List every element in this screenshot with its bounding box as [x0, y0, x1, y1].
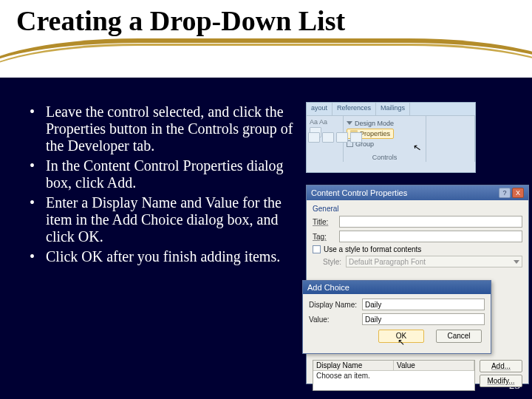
- bullet-item: Leave the control selected, and click th…: [22, 103, 296, 154]
- close-button[interactable]: X: [512, 188, 524, 198]
- dropdown-list-area: Display Name Value Choose an item. Add..…: [313, 360, 522, 391]
- bullet-item: Enter a Display Name and Value for the i…: [22, 194, 296, 245]
- ribbon-group-controls: Design Mode Properties Group Controls ↖: [344, 116, 426, 162]
- properties-label: Properties: [360, 130, 390, 137]
- design-mode-label: Design Mode: [355, 120, 394, 127]
- dialog-titlebar: Content Control Properties ? X: [307, 185, 528, 200]
- font-sample: Aa: [319, 118, 327, 126]
- ribbon-mini-button[interactable]: [350, 132, 362, 143]
- bullet-item: In the Content Control Properties dialog…: [22, 157, 296, 191]
- style-value: Default Paragraph Font: [349, 258, 426, 266]
- style-select[interactable]: Default Paragraph Font: [346, 256, 522, 267]
- display-name-field[interactable]: [362, 299, 485, 310]
- content-control-properties-dialog: Content Control Properties ? X General T…: [306, 185, 529, 384]
- value-label: Value:: [309, 316, 358, 324]
- use-style-checkbox[interactable]: [313, 245, 321, 253]
- cursor-icon: ↖: [398, 337, 405, 347]
- add-item-button[interactable]: Add...: [480, 360, 522, 372]
- add-choice-title: Add Choice: [303, 281, 491, 294]
- use-style-label: Use a style to format contents: [324, 245, 421, 253]
- cursor-icon: ↖: [412, 141, 422, 154]
- title-field[interactable]: [339, 216, 522, 228]
- tag-field[interactable]: [339, 231, 522, 242]
- list-header-value: Value: [394, 361, 474, 370]
- cancel-button[interactable]: Cancel: [436, 330, 482, 343]
- dropdown-list[interactable]: Display Name Value Choose an item.: [313, 360, 475, 391]
- ribbon-screenshot: ayout References Mailings AaAa Design Mo…: [306, 102, 476, 173]
- slide-title: Creating a Drop-Down List: [16, 4, 345, 37]
- modify-item-button[interactable]: Modify...: [480, 375, 522, 387]
- help-button[interactable]: ?: [499, 188, 511, 198]
- general-section-label: General: [313, 205, 522, 213]
- ribbon-mini-button[interactable]: [336, 132, 348, 143]
- tab-layout[interactable]: ayout: [307, 103, 332, 115]
- ribbon-group-label: Controls: [344, 154, 426, 161]
- chevron-down-icon: [514, 260, 519, 264]
- tab-mailings[interactable]: Mailings: [376, 103, 410, 115]
- ribbon-mini-button[interactable]: [322, 132, 334, 143]
- tag-field-label: Tag:: [313, 233, 335, 241]
- add-choice-dialog: Add Choice Display Name: Value: OK Cance…: [302, 280, 491, 354]
- ruler-icon: [347, 121, 352, 125]
- title-field-label: Title:: [313, 218, 335, 226]
- dialog-title: Content Control Properties: [311, 188, 407, 197]
- design-mode-button[interactable]: Design Mode: [347, 120, 394, 127]
- ribbon-group: [426, 116, 475, 162]
- font-sample: Aa: [310, 118, 318, 126]
- slide-body: Leave the control selected, and click th…: [22, 103, 296, 268]
- list-header-display: Display Name: [313, 361, 394, 370]
- display-name-label: Display Name:: [309, 301, 358, 309]
- list-item[interactable]: Choose an item.: [313, 371, 474, 381]
- style-label: Style:: [323, 258, 341, 266]
- ribbon-tabs: ayout References Mailings: [307, 103, 475, 116]
- bullet-item: Click OK after you finish adding items.: [22, 248, 296, 265]
- value-field[interactable]: [362, 313, 485, 325]
- ribbon-mini-button[interactable]: [308, 132, 320, 143]
- tab-references[interactable]: References: [332, 103, 376, 115]
